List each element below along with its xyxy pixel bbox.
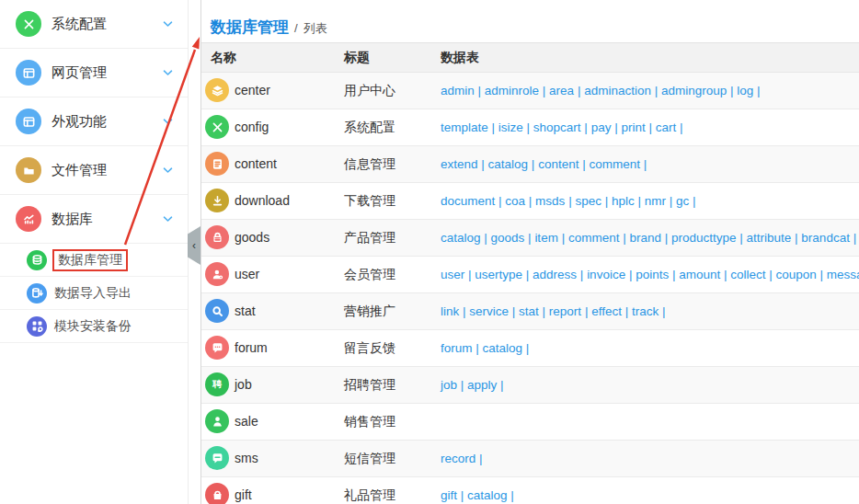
table-link[interactable]: gift xyxy=(441,488,457,502)
table-link[interactable]: brandcat xyxy=(801,231,850,245)
chevron-down-icon xyxy=(163,70,173,76)
module-name: sms xyxy=(235,441,258,476)
table-row: goods产品管理catalog | goods | item | commen… xyxy=(201,220,859,257)
table-link[interactable]: print xyxy=(621,120,645,134)
table-link[interactable]: adminaction xyxy=(584,84,651,97)
sidebar-main-menu: 系统配置网页管理外观功能文件管理数据库 xyxy=(0,0,188,244)
chevron-down-icon xyxy=(163,21,173,28)
sidebar-subitem-data-import-export[interactable]: 数据导入导出 xyxy=(0,277,188,310)
table-link[interactable]: message xyxy=(827,268,859,281)
table-link[interactable]: track xyxy=(632,304,659,318)
sidebar-collapse-handle[interactable]: ‹ xyxy=(188,226,200,265)
table-link[interactable]: cart xyxy=(656,120,677,134)
table-link[interactable]: coa xyxy=(505,194,525,208)
table-link[interactable]: spec xyxy=(575,194,601,208)
table-link[interactable]: effect xyxy=(591,304,622,318)
table-link[interactable]: nmr xyxy=(645,194,666,208)
table-link[interactable]: pay xyxy=(591,120,612,134)
table-row: content信息管理extend | catalog | content | … xyxy=(201,146,859,183)
table-link[interactable]: catalog xyxy=(483,341,523,355)
table-link[interactable]: gc xyxy=(676,194,689,208)
search-icon xyxy=(205,299,229,323)
table-link[interactable]: log xyxy=(737,84,753,97)
table-link[interactable]: catalog xyxy=(488,157,529,171)
layout-icon xyxy=(16,109,41,134)
module-title: 信息管理 xyxy=(344,146,395,182)
db-arrows-icon xyxy=(27,283,47,304)
table-link[interactable]: template xyxy=(441,120,488,134)
module-tables: document | coa | msds | spec | hplc | nm… xyxy=(441,183,696,219)
table-link[interactable]: coupon xyxy=(776,268,817,281)
module-tables: gift | catalog | xyxy=(441,477,514,504)
sidebar-submenu: 数据库管理数据导入导出模块安装备份 xyxy=(0,244,188,343)
table-link[interactable]: usertype xyxy=(475,268,522,281)
table-link[interactable]: content xyxy=(538,157,578,171)
table-link[interactable]: isize xyxy=(498,120,523,134)
sidebar-item-label: 外观功能 xyxy=(52,113,163,131)
module-title: 系统配置 xyxy=(344,109,395,145)
table-link[interactable]: goods xyxy=(491,231,525,245)
table-link[interactable]: hplc xyxy=(612,194,635,208)
table-link[interactable]: catalog xyxy=(467,488,508,502)
person-icon xyxy=(205,409,229,433)
table-link[interactable]: admingroup xyxy=(661,84,727,97)
table-link[interactable]: collect xyxy=(730,268,765,281)
sidebar-item-file-management[interactable]: 文件管理 xyxy=(0,146,188,195)
sidebar-item-label: 数据库 xyxy=(52,211,163,228)
blocks-icon xyxy=(27,316,47,337)
module-name: center xyxy=(235,73,270,109)
table-row: user会员管理user | usertype | address | invo… xyxy=(201,257,859,293)
table-row: 聘job招聘管理job | apply | xyxy=(201,367,859,404)
table-link[interactable]: address xyxy=(533,268,577,281)
job-char-icon: 聘 xyxy=(205,372,229,396)
module-name: download xyxy=(235,183,290,219)
person-badge-icon xyxy=(205,262,229,286)
module-tables: forum | catalog | xyxy=(441,330,529,366)
sidebar-item-web-management[interactable]: 网页管理 xyxy=(0,49,188,97)
table-link[interactable]: adminrole xyxy=(485,84,539,97)
table-link[interactable]: user xyxy=(441,268,464,281)
module-title: 留言反馈 xyxy=(344,330,395,366)
table-link[interactable]: shopcart xyxy=(533,120,581,134)
db-icon xyxy=(27,250,47,270)
table-link[interactable]: invoice xyxy=(587,268,625,281)
table-link[interactable]: report xyxy=(549,304,581,318)
gift-icon xyxy=(205,483,229,504)
table-link[interactable]: producttype xyxy=(671,231,737,245)
sidebar-subitem-database-management[interactable]: 数据库管理 xyxy=(0,244,188,277)
sidebar-item-database[interactable]: 数据库 xyxy=(0,195,188,244)
table-link[interactable]: attribute xyxy=(747,231,792,245)
table-link[interactable]: comment xyxy=(589,157,640,171)
table-link[interactable]: forum xyxy=(441,341,473,355)
column-header: 名称 xyxy=(211,43,236,72)
table-link[interactable]: amount xyxy=(679,268,720,281)
table-link[interactable]: catalog xyxy=(441,231,481,245)
table-link[interactable]: record xyxy=(441,452,475,465)
table-link[interactable]: area xyxy=(549,84,574,97)
breadcrumb-current: 列表 xyxy=(304,20,327,37)
module-tables: user | usertype | address | invoice | po… xyxy=(441,257,859,292)
module-name: goods xyxy=(235,220,269,256)
table-link[interactable]: job xyxy=(441,378,457,392)
table-link[interactable]: item xyxy=(534,231,558,245)
sidebar-item-system-config[interactable]: 系统配置 xyxy=(0,0,188,49)
table-link[interactable]: link xyxy=(441,304,459,318)
sidebar-item-appearance[interactable]: 外观功能 xyxy=(0,97,188,146)
module-name: stat xyxy=(235,293,256,329)
table-link[interactable]: document xyxy=(441,194,495,208)
table-link[interactable]: apply xyxy=(467,378,497,392)
table-link[interactable]: msds xyxy=(535,194,565,208)
table-link[interactable]: extend xyxy=(441,157,478,171)
table-link[interactable]: points xyxy=(636,268,669,281)
table-link[interactable]: comment xyxy=(568,231,620,245)
sidebar-subitem-module-install-backup[interactable]: 模块安装备份 xyxy=(0,310,188,343)
table-link[interactable]: brand xyxy=(629,231,661,245)
table-link[interactable]: admin xyxy=(441,84,475,97)
module-tables: link | service | stat | report | effect … xyxy=(441,293,665,329)
download-icon xyxy=(205,189,229,212)
column-header: 标题 xyxy=(344,43,370,72)
module-title: 营销推广 xyxy=(344,293,395,329)
table-link[interactable]: service xyxy=(469,304,509,318)
table-row: download下载管理document | coa | msds | spec… xyxy=(201,183,859,220)
table-link[interactable]: stat xyxy=(519,304,539,318)
